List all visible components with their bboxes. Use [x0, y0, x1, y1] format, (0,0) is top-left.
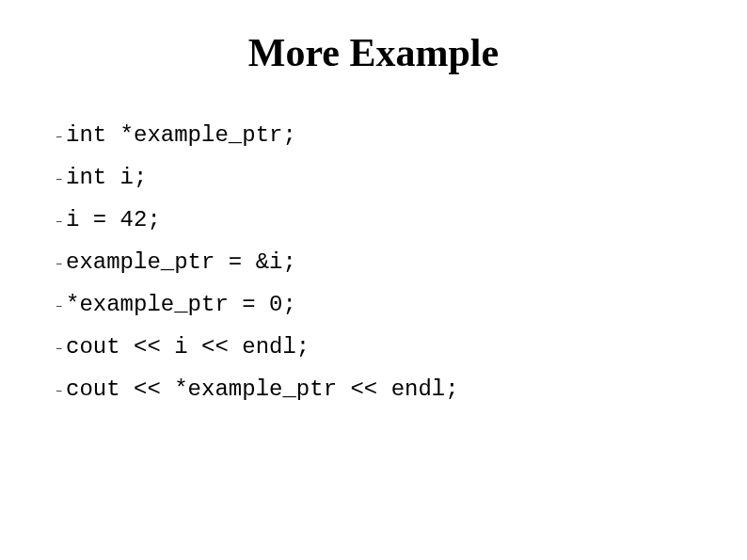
code-text: cout << *example_ptr << endl;: [66, 376, 459, 402]
bullet: –: [56, 259, 66, 268]
bullet: –: [56, 174, 66, 184]
code-line: – int *example_ptr;: [56, 122, 459, 148]
code-line: – cout << i << endl;: [56, 334, 459, 360]
slide: More Example – int *example_ptr; – int i…: [0, 0, 747, 560]
bullet: –: [56, 132, 66, 141]
code-text: *example_ptr = 0;: [66, 292, 296, 317]
code-text: i = 42;: [66, 207, 161, 232]
code-line: – *example_ptr = 0;: [56, 292, 459, 317]
bullet: –: [56, 344, 66, 353]
code-line: – i = 42;: [56, 207, 459, 232]
code-text: example_ptr = &i;: [66, 249, 296, 275]
code-text: int *example_ptr;: [66, 122, 296, 148]
code-text: cout << i << endl;: [66, 334, 310, 360]
code-line: – int i;: [56, 165, 459, 190]
bullet: –: [56, 301, 66, 311]
code-list: – int *example_ptr; – int i; – i = 42; –…: [56, 122, 459, 419]
code-line: – example_ptr = &i;: [56, 249, 459, 275]
slide-title: More Example: [0, 30, 747, 75]
code-line: – cout << *example_ptr << endl;: [56, 376, 459, 402]
bullet: –: [56, 386, 66, 395]
bullet: –: [56, 216, 66, 226]
code-text: int i;: [66, 165, 147, 190]
